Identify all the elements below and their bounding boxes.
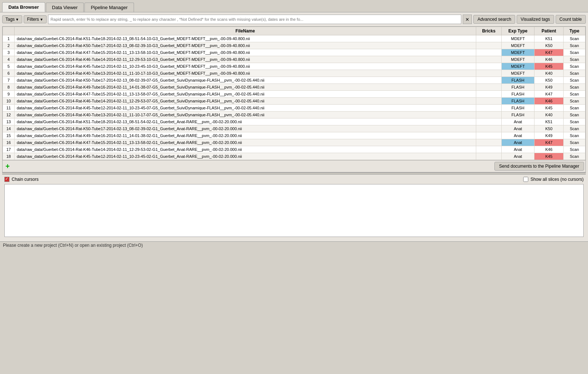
table-row[interactable]: 8data/raw_data/Guerbet-C6-2014-Rat-K49-T… — [3, 84, 585, 91]
table-row[interactable]: 18data/raw_data/Guerbet-C6-2014-Rat-K45-… — [3, 153, 585, 160]
cell-type: Scan — [564, 77, 585, 84]
cell-row-num: 7 — [3, 77, 15, 84]
table-row[interactable]: 3data/raw_data/Guerbet-C6-2014-Rat-K47-T… — [3, 49, 585, 56]
table-row[interactable]: 6data/raw_data/Guerbet-C6-2014-Rat-K40-T… — [3, 70, 585, 77]
cell-row-num: 1 — [3, 35, 15, 42]
cell-exp-type: Anat — [502, 125, 534, 132]
cell-bricks — [476, 70, 502, 77]
cell-row-num: 18 — [3, 153, 15, 160]
cell-type: Scan — [564, 125, 585, 132]
cell-filename: data/raw_data/Guerbet-C6-2014-Rat-K47-Tu… — [15, 139, 476, 146]
tab-data-browser-label: Data Browser — [8, 4, 39, 10]
cell-bricks — [476, 132, 502, 139]
tab-data-viewer[interactable]: Data Viewer — [46, 3, 84, 12]
cell-exp-type: MDEFT — [502, 56, 534, 63]
visualized-tags-button[interactable]: Visualized tags — [517, 15, 554, 24]
cell-row-num: 11 — [3, 105, 15, 112]
col-header-filename[interactable]: FileName — [15, 27, 476, 35]
cell-patient: K50 — [534, 125, 564, 132]
cell-exp-type: FLASH — [502, 77, 534, 84]
col-header-exptype[interactable]: Exp Type — [502, 27, 534, 35]
show-all-slices-checkbox[interactable] — [523, 177, 528, 182]
table-row[interactable]: 10data/raw_data/Guerbet-C6-2014-Rat-K46-… — [3, 98, 585, 105]
cell-filename: data/raw_data/Guerbet-C6-2014-Rat-K40-Tu… — [15, 70, 476, 77]
advanced-search-button[interactable]: Advanced search — [473, 15, 515, 24]
cell-filename: data/raw_data/Guerbet-C6-2014-Rat-K51-Tu… — [15, 35, 476, 42]
cell-patient: K51 — [534, 118, 564, 125]
table-row[interactable]: 12data/raw_data/Guerbet-C6-2014-Rat-K40-… — [3, 112, 585, 118]
table-row[interactable]: 4data/raw_data/Guerbet-C6-2014-Rat-K46-T… — [3, 56, 585, 63]
table-row[interactable]: 15data/raw_data/Guerbet-C6-2014-Rat-K49-… — [3, 132, 585, 139]
cell-bricks — [476, 105, 502, 112]
checkbox-row: Chain cursors Show all slices (no cursor… — [4, 177, 584, 182]
cell-type: Scan — [564, 42, 585, 49]
cell-patient: K45 — [534, 153, 564, 160]
main-content: Tags ▼ Filters ▼ ✕ Advanced search Visua… — [0, 12, 588, 241]
chain-cursors-checkbox-checked-icon — [4, 177, 9, 182]
cell-row-num: 12 — [3, 112, 15, 118]
table-row[interactable]: 14data/raw_data/Guerbet-C6-2014-Rat-K50-… — [3, 125, 585, 132]
cell-row-num: 2 — [3, 42, 15, 49]
cell-type: Scan — [564, 118, 585, 125]
filters-button[interactable]: Filters ▼ — [24, 15, 47, 23]
col-header-patient[interactable]: Patient — [534, 27, 564, 35]
cell-patient: K47 — [534, 49, 564, 56]
add-document-button[interactable]: + — [4, 163, 11, 170]
cell-bricks — [476, 63, 502, 70]
cell-patient: K49 — [534, 132, 564, 139]
table-scroll[interactable]: FileName Bricks Exp Type Patient Type 1d… — [3, 27, 585, 160]
cell-type: Scan — [564, 153, 585, 160]
table-row[interactable]: 11data/raw_data/Guerbet-C6-2014-Rat-K45-… — [3, 105, 585, 112]
cell-filename: data/raw_data/Guerbet-C6-2014-Rat-K47-Tu… — [15, 49, 476, 56]
tab-pipeline-manager[interactable]: Pipeline Manager — [84, 3, 134, 12]
cell-patient: K46 — [534, 146, 564, 153]
table-row[interactable]: 9data/raw_data/Guerbet-C6-2014-Rat-K47-T… — [3, 91, 585, 98]
table-row[interactable]: 2data/raw_data/Guerbet-C6-2014-Rat-K50-T… — [3, 42, 585, 49]
chain-cursors-label[interactable]: Chain cursors — [4, 177, 39, 182]
cell-type: Scan — [564, 91, 585, 98]
table-row[interactable]: 16data/raw_data/Guerbet-C6-2014-Rat-K47-… — [3, 139, 585, 146]
table-row[interactable]: 7data/raw_data/Guerbet-C6-2014-Rat-K50-T… — [3, 77, 585, 84]
cell-patient: K51 — [534, 35, 564, 42]
table-row[interactable]: 5data/raw_data/Guerbet-C6-2014-Rat-K45-T… — [3, 63, 585, 70]
cell-row-num: 10 — [3, 98, 15, 105]
count-table-button[interactable]: Count table — [556, 15, 586, 24]
cell-filename: data/raw_data/Guerbet-C6-2014-Rat-K45-Tu… — [15, 105, 476, 112]
status-message: Please create a new project (Ctrl+N) or … — [3, 243, 143, 248]
cell-row-num: 4 — [3, 56, 15, 63]
cell-bricks — [476, 112, 502, 118]
cell-patient: K40 — [534, 112, 564, 118]
col-header-type[interactable]: Type — [564, 27, 585, 35]
cell-exp-type: Anat — [502, 118, 534, 125]
col-header-num — [3, 27, 15, 35]
cell-row-num: 6 — [3, 70, 15, 77]
tab-data-browser[interactable]: Data Browser — [2, 2, 45, 12]
cell-type: Scan — [564, 70, 585, 77]
cell-filename: data/raw_data/Guerbet-C6-2014-Rat-K50-Tu… — [15, 42, 476, 49]
send-to-pipeline-button[interactable]: Send documents to the Pipeline Manager — [494, 162, 584, 171]
count-table-label: Count table — [560, 17, 582, 22]
cell-bricks — [476, 118, 502, 125]
col-header-bricks[interactable]: Bricks — [476, 27, 502, 35]
show-all-slices-label[interactable]: Show all slices (no cursors) — [523, 177, 584, 182]
table-row[interactable]: 1data/raw_data/Guerbet-C6-2014-Rat-K51-T… — [3, 35, 585, 42]
cell-filename: data/raw_data/Guerbet-C6-2014-Rat-K49-Tu… — [15, 84, 476, 91]
cell-type: Scan — [564, 132, 585, 139]
viewer-area — [4, 184, 584, 237]
table-row[interactable]: 17data/raw_data/Guerbet-C6-2014-Rat-K46-… — [3, 146, 585, 153]
cell-bricks — [476, 49, 502, 56]
cell-patient: K47 — [534, 91, 564, 98]
cell-type: Scan — [564, 112, 585, 118]
cell-filename: data/raw_data/Guerbet-C6-2014-Rat-K50-Tu… — [15, 125, 476, 132]
cell-exp-type: MDEFT — [502, 49, 534, 56]
cell-patient: K45 — [534, 63, 564, 70]
cell-type: Scan — [564, 49, 585, 56]
advanced-search-label: Advanced search — [477, 17, 511, 22]
clear-search-button[interactable]: ✕ — [463, 15, 472, 24]
search-input[interactable] — [48, 15, 462, 24]
table-body: 1data/raw_data/Guerbet-C6-2014-Rat-K51-T… — [3, 35, 585, 160]
tags-button[interactable]: Tags ▼ — [2, 15, 22, 23]
table-header-row: FileName Bricks Exp Type Patient Type — [3, 27, 585, 35]
tab-pipeline-manager-label: Pipeline Manager — [91, 5, 127, 10]
table-row[interactable]: 13data/raw_data/Guerbet-C6-2014-Rat-K51-… — [3, 118, 585, 125]
